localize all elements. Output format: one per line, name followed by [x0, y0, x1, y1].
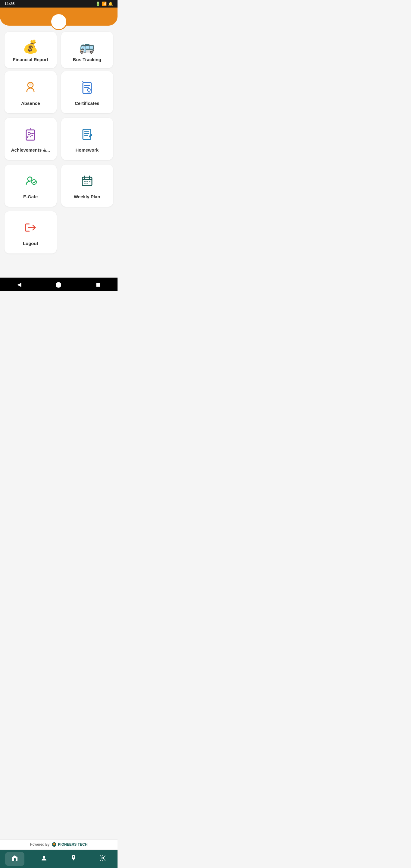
certificates-card[interactable]: Certificates	[61, 71, 113, 113]
absence-card[interactable]: Absence	[4, 71, 57, 113]
bottom-single-row: Logout	[4, 211, 113, 253]
nav-profile[interactable]	[34, 852, 54, 866]
financial-report-card[interactable]: 💰 Financial Report	[4, 32, 57, 68]
status-bar: 11:25 🔋 📶 🔔	[0, 0, 118, 7]
top-header-bar	[0, 7, 118, 26]
profile-icon	[40, 855, 48, 864]
svg-point-16	[43, 856, 45, 858]
svg-point-18	[102, 857, 104, 859]
weekly-plan-card[interactable]: Weekly Plan	[61, 164, 113, 207]
battery-icon: 🔋	[96, 1, 100, 6]
nav-settings[interactable]	[93, 852, 113, 866]
top-cards-row: 💰 Financial Report 🚌 Bus Tracking	[4, 32, 113, 68]
egate-label: E-Gate	[23, 194, 38, 199]
powered-by-bar: Powered By PIONEERS TECH	[0, 839, 118, 849]
weekly-plan-icon	[80, 174, 94, 191]
weekly-plan-label: Weekly Plan	[74, 194, 100, 199]
certificates-label: Certificates	[75, 101, 99, 106]
absence-icon	[23, 80, 38, 98]
pioneers-logo: PIONEERS TECH	[51, 841, 87, 847]
status-icons: 🔋 📶 🔔	[96, 1, 113, 6]
bus-tracking-label: Bus Tracking	[73, 57, 101, 62]
achievements-icon	[23, 127, 38, 144]
svg-rect-4	[26, 130, 35, 140]
svg-point-1	[29, 83, 32, 86]
home-button[interactable]: ⬤	[56, 281, 61, 288]
nav-location[interactable]	[64, 852, 83, 866]
svg-rect-14	[87, 183, 88, 184]
svg-point-8	[32, 180, 36, 184]
brand-name: PIONEERS TECH	[58, 842, 87, 846]
powered-by-text: Powered By	[30, 842, 50, 846]
achievements-label: Achievements &...	[11, 147, 50, 153]
svg-rect-2	[83, 83, 91, 93]
homework-card[interactable]: Homework	[61, 118, 113, 160]
svg-rect-6	[83, 129, 91, 140]
svg-point-5	[28, 132, 30, 135]
svg-rect-13	[84, 183, 86, 184]
svg-rect-12	[89, 181, 90, 182]
location-icon	[70, 855, 77, 864]
main-content: 💰 Financial Report 🚌 Bus Tracking Absenc…	[0, 26, 118, 278]
recent-button[interactable]: ◼	[96, 281, 100, 288]
back-button[interactable]: ◀	[17, 281, 22, 288]
bus-tracking-icon: 🚌	[79, 39, 95, 54]
logout-icon	[23, 220, 38, 238]
nav-home[interactable]	[5, 852, 24, 866]
homework-label: Homework	[75, 147, 98, 153]
signal-icon: 📶	[102, 1, 107, 6]
system-navigation: ◀ ⬤ ◼	[0, 278, 118, 291]
settings-icon	[99, 855, 106, 864]
menu-grid: Absence Certificates	[4, 71, 113, 207]
home-icon	[11, 855, 19, 864]
egate-card[interactable]: E-Gate	[4, 164, 57, 207]
certificates-icon	[80, 80, 94, 98]
achievements-card[interactable]: Achievements &...	[4, 118, 57, 160]
svg-point-3	[87, 88, 90, 91]
logout-label: Logout	[23, 241, 38, 246]
notification-icon: 🔔	[108, 1, 113, 6]
financial-report-icon: 💰	[23, 39, 38, 54]
svg-rect-15	[14, 858, 16, 861]
homework-icon	[80, 127, 94, 144]
bottom-navigation	[0, 850, 118, 868]
logout-card[interactable]: Logout	[4, 211, 57, 253]
egate-icon	[23, 174, 38, 191]
svg-rect-11	[87, 181, 88, 182]
absence-label: Absence	[21, 101, 40, 106]
svg-rect-10	[84, 181, 86, 182]
svg-point-17	[73, 856, 74, 858]
financial-report-label: Financial Report	[13, 57, 48, 62]
bus-tracking-card[interactable]: 🚌 Bus Tracking	[61, 32, 113, 68]
time: 11:25	[4, 1, 14, 6]
